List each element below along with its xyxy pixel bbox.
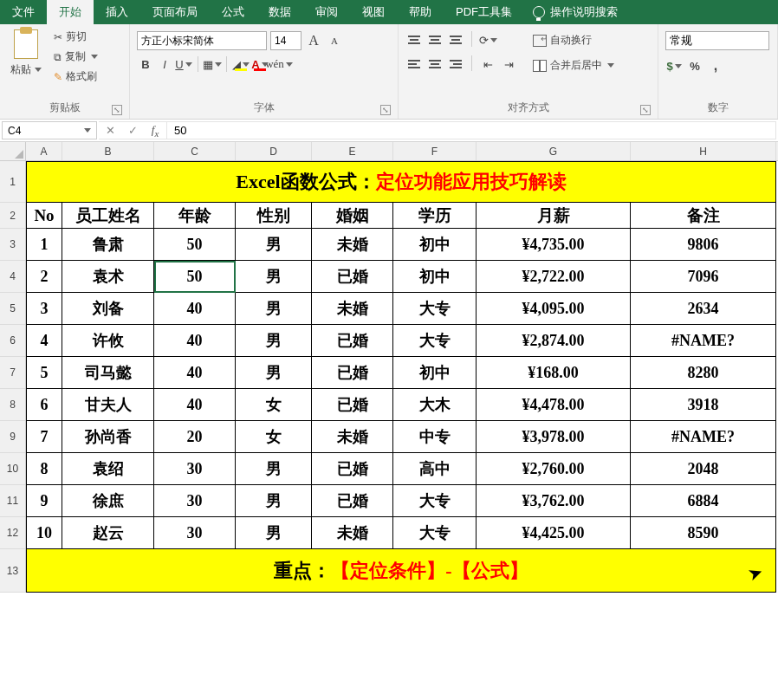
cell[interactable]: 孙尚香 xyxy=(62,421,154,453)
cell[interactable]: 已婚 xyxy=(312,485,393,517)
cell[interactable]: 2634 xyxy=(631,293,776,325)
indent-increase-button[interactable]: ⇥ xyxy=(500,55,517,73)
tab-help[interactable]: 帮助 xyxy=(397,0,444,24)
cell[interactable]: 男 xyxy=(236,293,312,325)
header-cell[interactable]: 员工姓名 xyxy=(62,203,154,229)
footer-row[interactable]: 重点：【定位条件】-【公式】➤ xyxy=(26,549,776,593)
cell[interactable]: ¥2,722.00 xyxy=(477,261,631,293)
col-head-C[interactable]: C xyxy=(154,142,236,160)
font-color-button[interactable]: A xyxy=(251,55,269,73)
table-row[interactable]: 10赵云30男未婚大专¥4,425.008590 xyxy=(26,517,776,549)
cell[interactable]: 女 xyxy=(236,389,312,421)
table-row[interactable]: 2袁术50男已婚初中¥2,722.007096 xyxy=(26,261,776,293)
cell[interactable]: 未婚 xyxy=(312,293,393,325)
table-row[interactable]: 3刘备40男未婚大专¥4,095.002634 xyxy=(26,293,776,325)
col-head-E[interactable]: E xyxy=(312,142,393,160)
cell[interactable]: 未婚 xyxy=(312,421,393,453)
cell[interactable]: 20 xyxy=(154,421,236,453)
align-center-button[interactable] xyxy=(426,55,444,73)
cell[interactable]: 未婚 xyxy=(312,517,393,549)
table-row[interactable]: 8袁绍30男已婚高中¥2,760.002048 xyxy=(26,453,776,485)
cell[interactable]: 9806 xyxy=(631,229,776,261)
cell[interactable]: 40 xyxy=(154,325,236,357)
cell[interactable]: 9 xyxy=(26,485,62,517)
header-cell[interactable]: No xyxy=(26,203,62,229)
cell[interactable]: 1 xyxy=(26,229,62,261)
font-expand[interactable]: ⤡ xyxy=(380,105,391,115)
cell[interactable]: 已婚 xyxy=(312,389,393,421)
name-box[interactable]: C4 xyxy=(2,121,97,139)
cell[interactable]: 6 xyxy=(26,389,62,421)
orientation-button[interactable]: ⟳ xyxy=(479,31,496,49)
header-cell[interactable]: 学历 xyxy=(393,203,477,229)
cell[interactable]: 40 xyxy=(154,357,236,389)
cell[interactable]: 4 xyxy=(26,325,62,357)
cell[interactable]: 8280 xyxy=(631,357,776,389)
cell[interactable]: ¥4,425.00 xyxy=(477,517,631,549)
cell[interactable]: 男 xyxy=(236,229,312,261)
cell[interactable]: 2048 xyxy=(631,453,776,485)
cell[interactable]: 袁绍 xyxy=(62,453,154,485)
bold-button[interactable]: B xyxy=(137,55,154,73)
table-row[interactable]: 5司马懿40男已婚初中¥168.008280 xyxy=(26,357,776,389)
cell[interactable]: ¥4,095.00 xyxy=(477,293,631,325)
phonetic-button[interactable]: wén xyxy=(270,55,288,73)
cell[interactable]: 5 xyxy=(26,357,62,389)
align-expand[interactable]: ⤡ xyxy=(640,105,651,115)
cell[interactable]: 初中 xyxy=(393,229,477,261)
header-cell[interactable]: 性别 xyxy=(236,203,312,229)
header-cell[interactable]: 月薪 xyxy=(477,203,631,229)
column-headers[interactable]: ABCDEFGH xyxy=(26,142,778,161)
tab-home[interactable]: 开始 xyxy=(47,0,94,24)
cell[interactable]: 40 xyxy=(154,293,236,325)
cell[interactable]: 已婚 xyxy=(312,261,393,293)
cell[interactable]: #NAME? xyxy=(631,421,776,453)
table-row[interactable]: 4许攸40男已婚大专¥2,874.00#NAME? xyxy=(26,325,776,357)
clipboard-expand[interactable]: ⤡ xyxy=(112,105,122,115)
format-painter-button[interactable]: 格式刷 xyxy=(50,68,101,86)
cell[interactable]: 男 xyxy=(236,453,312,485)
col-head-D[interactable]: D xyxy=(236,142,312,160)
row-head-6[interactable]: 6 xyxy=(0,325,25,357)
cell[interactable]: #NAME? xyxy=(631,325,776,357)
paste-button[interactable]: 粘贴 xyxy=(7,28,45,79)
row-head-12[interactable]: 12 xyxy=(0,517,25,549)
cell[interactable]: ¥2,874.00 xyxy=(477,325,631,357)
cell[interactable]: ¥4,735.00 xyxy=(477,229,631,261)
cell[interactable]: 3918 xyxy=(631,389,776,421)
col-head-G[interactable]: G xyxy=(477,142,631,160)
row-head-2[interactable]: 2 xyxy=(0,203,25,229)
table-row[interactable]: 6甘夫人40女已婚大木¥4,478.003918 xyxy=(26,389,776,421)
cell[interactable]: 2 xyxy=(26,261,62,293)
cell[interactable]: 3 xyxy=(26,293,62,325)
cell[interactable]: 8590 xyxy=(631,517,776,549)
cell[interactable]: 男 xyxy=(236,261,312,293)
row-headers[interactable]: 12345678910111213 xyxy=(0,161,26,593)
italic-button[interactable]: I xyxy=(156,55,173,73)
cell[interactable]: 男 xyxy=(236,357,312,389)
row-head-9[interactable]: 9 xyxy=(0,421,25,453)
col-head-H[interactable]: H xyxy=(631,142,776,160)
row-head-7[interactable]: 7 xyxy=(0,357,25,389)
row-head-5[interactable]: 5 xyxy=(0,293,25,325)
cell[interactable]: 40 xyxy=(154,389,236,421)
number-format-input[interactable] xyxy=(665,31,769,50)
align-middle-button[interactable] xyxy=(426,31,444,49)
cell[interactable]: 许攸 xyxy=(62,325,154,357)
wrap-text-button[interactable]: 自动换行 xyxy=(529,31,618,49)
col-head-B[interactable]: B xyxy=(62,142,154,160)
row-head-3[interactable]: 3 xyxy=(0,229,25,261)
cell[interactable]: 30 xyxy=(154,517,236,549)
cell[interactable]: 男 xyxy=(236,485,312,517)
row-head-4[interactable]: 4 xyxy=(0,261,25,293)
cell[interactable]: 中专 xyxy=(393,421,477,453)
cell[interactable]: 甘夫人 xyxy=(62,389,154,421)
decrease-font-button[interactable]: A xyxy=(326,32,343,49)
cell[interactable]: 6884 xyxy=(631,485,776,517)
cell[interactable]: ¥4,478.00 xyxy=(477,389,631,421)
cell[interactable]: 高中 xyxy=(393,453,477,485)
tab-file[interactable]: 文件 xyxy=(0,0,47,24)
cell[interactable]: 大专 xyxy=(393,517,477,549)
cell[interactable]: 初中 xyxy=(393,357,477,389)
cancel-formula-button[interactable]: ✕ xyxy=(99,124,121,137)
